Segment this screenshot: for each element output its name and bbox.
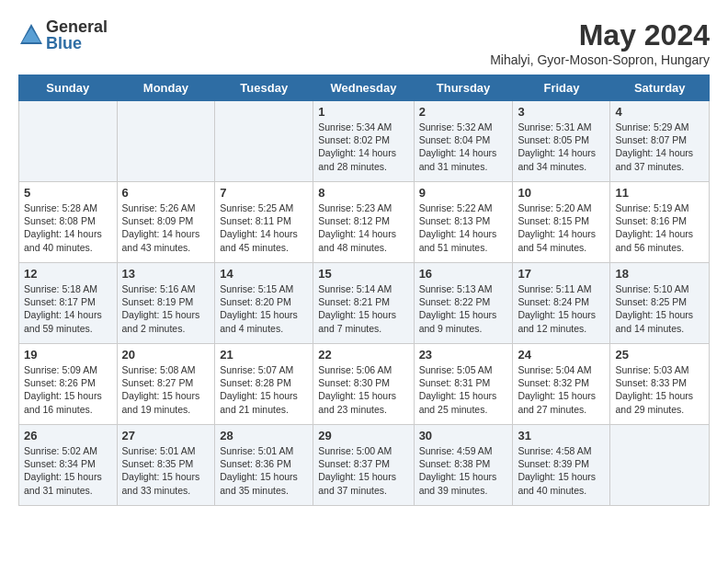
header-row: SundayMondayTuesdayWednesdayThursdayFrid… — [19, 75, 710, 101]
day-number: 19 — [24, 348, 112, 362]
calendar-cell: 26Sunrise: 5:02 AM Sunset: 8:34 PM Dayli… — [19, 425, 118, 506]
day-info: Sunrise: 5:23 AM Sunset: 8:12 PM Dayligh… — [318, 201, 408, 254]
day-number: 20 — [122, 348, 210, 362]
day-number: 24 — [518, 348, 605, 362]
day-number: 22 — [318, 348, 408, 362]
calendar-cell: 28Sunrise: 5:01 AM Sunset: 8:36 PM Dayli… — [215, 425, 313, 506]
day-info: Sunrise: 5:03 AM Sunset: 8:33 PM Dayligh… — [615, 363, 704, 416]
svg-marker-1 — [22, 28, 40, 42]
day-info: Sunrise: 5:01 AM Sunset: 8:36 PM Dayligh… — [220, 444, 308, 497]
calendar-cell: 16Sunrise: 5:13 AM Sunset: 8:22 PM Dayli… — [414, 263, 513, 344]
day-info: Sunrise: 5:09 AM Sunset: 8:26 PM Dayligh… — [24, 363, 112, 416]
day-number: 10 — [518, 186, 605, 200]
calendar-cell: 2Sunrise: 5:32 AM Sunset: 8:04 PM Daylig… — [414, 101, 513, 182]
header-day: Saturday — [610, 75, 710, 101]
day-info: Sunrise: 5:05 AM Sunset: 8:31 PM Dayligh… — [419, 363, 508, 416]
day-info: Sunrise: 5:31 AM Sunset: 8:05 PM Dayligh… — [518, 121, 605, 173]
day-info: Sunrise: 5:16 AM Sunset: 8:19 PM Dayligh… — [122, 282, 210, 335]
calendar-week: 12Sunrise: 5:18 AM Sunset: 8:17 PM Dayli… — [19, 263, 710, 344]
day-info: Sunrise: 5:06 AM Sunset: 8:30 PM Dayligh… — [318, 363, 408, 416]
day-number: 8 — [318, 186, 408, 200]
day-info: Sunrise: 5:02 AM Sunset: 8:34 PM Dayligh… — [24, 444, 112, 497]
day-info: Sunrise: 5:10 AM Sunset: 8:25 PM Dayligh… — [615, 282, 704, 335]
calendar-header: SundayMondayTuesdayWednesdayThursdayFrid… — [19, 75, 710, 101]
day-number: 23 — [419, 348, 508, 362]
calendar-cell — [215, 101, 313, 182]
header-day: Tuesday — [215, 75, 313, 101]
day-info: Sunrise: 5:01 AM Sunset: 8:35 PM Dayligh… — [122, 444, 210, 497]
calendar-cell: 5Sunrise: 5:28 AM Sunset: 8:08 PM Daylig… — [19, 182, 118, 263]
calendar-cell: 1Sunrise: 5:34 AM Sunset: 8:02 PM Daylig… — [313, 101, 414, 182]
calendar-cell: 21Sunrise: 5:07 AM Sunset: 8:28 PM Dayli… — [215, 344, 313, 425]
logo-icon — [18, 22, 44, 48]
calendar-week: 26Sunrise: 5:02 AM Sunset: 8:34 PM Dayli… — [19, 425, 710, 506]
calendar-cell: 12Sunrise: 5:18 AM Sunset: 8:17 PM Dayli… — [19, 263, 118, 344]
day-number: 14 — [220, 267, 308, 281]
day-number: 3 — [518, 105, 605, 119]
day-number: 6 — [122, 186, 210, 200]
day-info: Sunrise: 5:14 AM Sunset: 8:21 PM Dayligh… — [318, 282, 408, 335]
calendar-cell: 3Sunrise: 5:31 AM Sunset: 8:05 PM Daylig… — [513, 101, 610, 182]
day-number: 7 — [220, 186, 308, 200]
day-info: Sunrise: 5:25 AM Sunset: 8:11 PM Dayligh… — [220, 201, 308, 254]
day-number: 21 — [220, 348, 308, 362]
calendar-cell — [117, 101, 215, 182]
day-number: 30 — [419, 429, 508, 442]
header-day: Wednesday — [313, 75, 414, 101]
calendar-cell: 19Sunrise: 5:09 AM Sunset: 8:26 PM Dayli… — [19, 344, 118, 425]
calendar-cell: 13Sunrise: 5:16 AM Sunset: 8:19 PM Dayli… — [117, 263, 215, 344]
day-info: Sunrise: 5:08 AM Sunset: 8:27 PM Dayligh… — [122, 363, 210, 416]
day-number: 9 — [419, 186, 508, 200]
day-number: 2 — [419, 105, 508, 119]
calendar-cell: 17Sunrise: 5:11 AM Sunset: 8:24 PM Dayli… — [513, 263, 610, 344]
day-number: 27 — [122, 429, 210, 442]
day-number: 12 — [24, 267, 112, 281]
day-info: Sunrise: 5:26 AM Sunset: 8:09 PM Dayligh… — [122, 201, 210, 254]
calendar-cell: 10Sunrise: 5:20 AM Sunset: 8:15 PM Dayli… — [513, 182, 610, 263]
day-info: Sunrise: 5:22 AM Sunset: 8:13 PM Dayligh… — [419, 201, 508, 254]
calendar-cell: 18Sunrise: 5:10 AM Sunset: 8:25 PM Dayli… — [610, 263, 710, 344]
calendar-week: 1Sunrise: 5:34 AM Sunset: 8:02 PM Daylig… — [19, 101, 710, 182]
day-info: Sunrise: 5:29 AM Sunset: 8:07 PM Dayligh… — [615, 121, 704, 173]
calendar-cell: 24Sunrise: 5:04 AM Sunset: 8:32 PM Dayli… — [513, 344, 610, 425]
location: Mihalyi, Gyor-Moson-Sopron, Hungary — [490, 52, 710, 67]
day-number: 29 — [318, 429, 408, 442]
day-number: 11 — [615, 186, 704, 200]
calendar-week: 5Sunrise: 5:28 AM Sunset: 8:08 PM Daylig… — [19, 182, 710, 263]
header-day: Monday — [117, 75, 215, 101]
day-info: Sunrise: 5:13 AM Sunset: 8:22 PM Dayligh… — [419, 282, 508, 335]
day-number: 18 — [615, 267, 704, 281]
day-number: 26 — [24, 429, 112, 442]
calendar-cell: 23Sunrise: 5:05 AM Sunset: 8:31 PM Dayli… — [414, 344, 513, 425]
calendar-cell: 30Sunrise: 4:59 AM Sunset: 8:38 PM Dayli… — [414, 425, 513, 506]
day-number: 31 — [518, 429, 605, 442]
calendar-cell — [19, 101, 118, 182]
day-info: Sunrise: 5:15 AM Sunset: 8:20 PM Dayligh… — [220, 282, 308, 335]
calendar-cell: 7Sunrise: 5:25 AM Sunset: 8:11 PM Daylig… — [215, 182, 313, 263]
day-info: Sunrise: 4:59 AM Sunset: 8:38 PM Dayligh… — [419, 444, 508, 497]
logo-blue: Blue — [46, 35, 108, 52]
calendar-cell — [610, 425, 710, 506]
day-number: 16 — [419, 267, 508, 281]
day-info: Sunrise: 5:19 AM Sunset: 8:16 PM Dayligh… — [615, 201, 704, 254]
calendar-cell: 6Sunrise: 5:26 AM Sunset: 8:09 PM Daylig… — [117, 182, 215, 263]
day-number: 17 — [518, 267, 605, 281]
day-info: Sunrise: 5:07 AM Sunset: 8:28 PM Dayligh… — [220, 363, 308, 416]
calendar-cell: 25Sunrise: 5:03 AM Sunset: 8:33 PM Dayli… — [610, 344, 710, 425]
calendar-cell: 15Sunrise: 5:14 AM Sunset: 8:21 PM Dayli… — [313, 263, 414, 344]
day-info: Sunrise: 5:34 AM Sunset: 8:02 PM Dayligh… — [318, 121, 408, 173]
day-number: 1 — [318, 105, 408, 119]
day-info: Sunrise: 5:00 AM Sunset: 8:37 PM Dayligh… — [318, 444, 408, 497]
calendar-cell: 22Sunrise: 5:06 AM Sunset: 8:30 PM Dayli… — [313, 344, 414, 425]
calendar-table: SundayMondayTuesdayWednesdayThursdayFrid… — [18, 75, 710, 506]
day-number: 25 — [615, 348, 704, 362]
title-section: May 2024 Mihalyi, Gyor-Moson-Sopron, Hun… — [490, 18, 710, 67]
day-number: 15 — [318, 267, 408, 281]
logo: General Blue — [18, 18, 108, 52]
calendar-cell: 20Sunrise: 5:08 AM Sunset: 8:27 PM Dayli… — [117, 344, 215, 425]
month-title: May 2024 — [490, 18, 710, 52]
day-number: 13 — [122, 267, 210, 281]
day-info: Sunrise: 5:04 AM Sunset: 8:32 PM Dayligh… — [518, 363, 605, 416]
header-day: Thursday — [414, 75, 513, 101]
day-info: Sunrise: 5:20 AM Sunset: 8:15 PM Dayligh… — [518, 201, 605, 254]
